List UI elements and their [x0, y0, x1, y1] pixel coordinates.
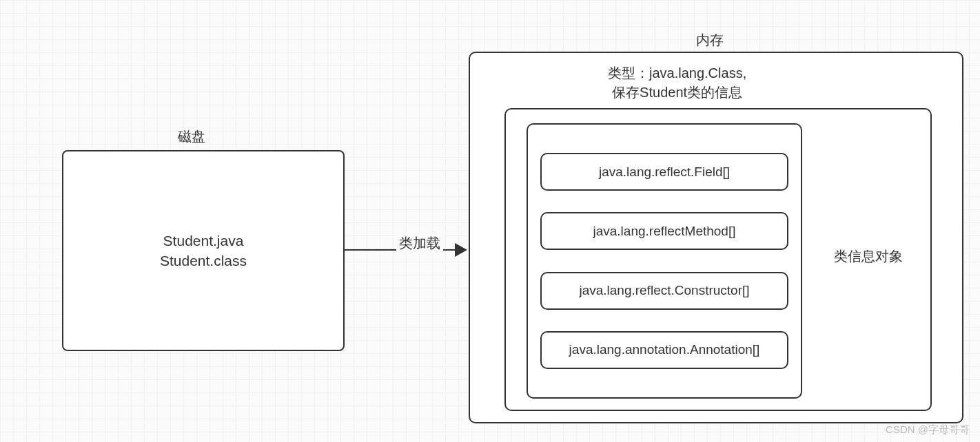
- class-info-line1: 类型：java.lang.Class,: [608, 63, 746, 83]
- watermark: CSDN @字母哥哥: [886, 423, 970, 436]
- arrow-head-icon: [455, 243, 467, 257]
- class-info-side-label: 类信息对象: [834, 247, 903, 266]
- reflect-annotation-item: java.lang.annotation.Annotation[]: [540, 331, 788, 369]
- arrow-label: 类加载: [396, 233, 443, 254]
- disk-file-class: Student.class: [160, 251, 247, 271]
- class-info-line2: 保存Student类的信息: [608, 83, 746, 102]
- disk-file-java: Student.java: [163, 231, 244, 251]
- memory-label: 内存: [696, 31, 724, 50]
- reflect-constructor-item: java.lang.reflect.Constructor[]: [540, 272, 788, 310]
- class-info-inner-box: java.lang.reflect.Field[] java.lang.refl…: [504, 108, 932, 411]
- disk-label: 磁盘: [178, 127, 205, 146]
- memory-box: 类型：java.lang.Class, 保存Student类的信息 java.l…: [469, 52, 963, 423]
- reflect-method-item: java.lang.reflectMethod[]: [540, 212, 788, 250]
- reflect-field-item: java.lang.reflect.Field[]: [540, 153, 788, 191]
- class-info-header: 类型：java.lang.Class, 保存Student类的信息: [608, 63, 746, 102]
- disk-box: Student.java Student.class: [62, 150, 345, 351]
- reflect-container: java.lang.reflect.Field[] java.lang.refl…: [527, 123, 802, 399]
